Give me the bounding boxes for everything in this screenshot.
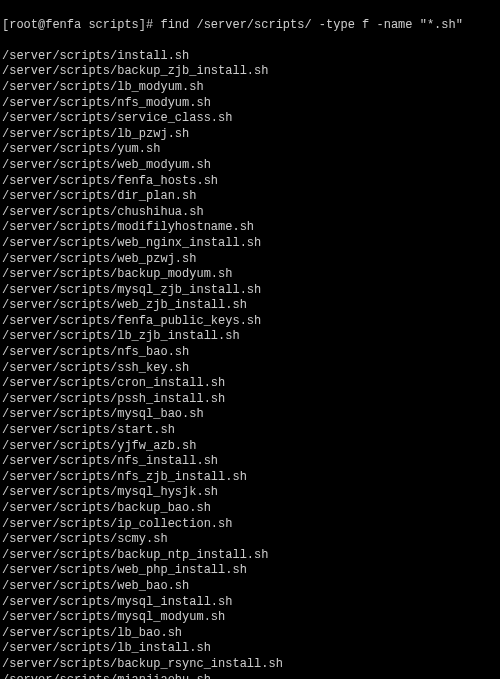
output-file-list: /server/scripts/install.sh/server/script… [2, 49, 498, 679]
output-line: /server/scripts/service_class.sh [2, 111, 498, 127]
terminal-output[interactable]: [root@fenfa scripts]# find /server/scrip… [2, 2, 498, 679]
output-line: /server/scripts/mysql_bao.sh [2, 407, 498, 423]
output-line: /server/scripts/web_zjb_install.sh [2, 298, 498, 314]
output-line: /server/scripts/ssh_key.sh [2, 361, 498, 377]
command-line-1: [root@fenfa scripts]# find /server/scrip… [2, 18, 498, 34]
output-line: /server/scripts/web_bao.sh [2, 579, 498, 595]
output-line: /server/scripts/pssh_install.sh [2, 392, 498, 408]
output-line: /server/scripts/backup_zjb_install.sh [2, 64, 498, 80]
prompt: [root@fenfa scripts]# [2, 18, 160, 32]
output-line: /server/scripts/nfs_zjb_install.sh [2, 470, 498, 486]
output-line: /server/scripts/mysql_hysjk.sh [2, 485, 498, 501]
output-line: /server/scripts/fenfa_hosts.sh [2, 174, 498, 190]
output-line: /server/scripts/mianjiaohu.sh [2, 673, 498, 679]
output-line: /server/scripts/nfs_bao.sh [2, 345, 498, 361]
output-line: /server/scripts/dir_plan.sh [2, 189, 498, 205]
output-line: /server/scripts/mysql_modyum.sh [2, 610, 498, 626]
output-line: /server/scripts/nfs_install.sh [2, 454, 498, 470]
output-line: /server/scripts/install.sh [2, 49, 498, 65]
output-line: /server/scripts/yum.sh [2, 142, 498, 158]
output-line: /server/scripts/cron_install.sh [2, 376, 498, 392]
output-line: /server/scripts/modifilyhostname.sh [2, 220, 498, 236]
output-line: /server/scripts/nfs_modyum.sh [2, 96, 498, 112]
command-text: find /server/scripts/ -type f -name "*.s… [160, 18, 462, 32]
output-line: /server/scripts/backup_modyum.sh [2, 267, 498, 283]
output-line: /server/scripts/web_php_install.sh [2, 563, 498, 579]
output-line: /server/scripts/web_nginx_install.sh [2, 236, 498, 252]
output-line: /server/scripts/mysql_install.sh [2, 595, 498, 611]
output-line: /server/scripts/chushihua.sh [2, 205, 498, 221]
output-line: /server/scripts/lb_pzwj.sh [2, 127, 498, 143]
output-line: /server/scripts/web_pzwj.sh [2, 252, 498, 268]
output-line: /server/scripts/mysql_zjb_install.sh [2, 283, 498, 299]
output-line: /server/scripts/ip_collection.sh [2, 517, 498, 533]
output-line: /server/scripts/backup_rsync_install.sh [2, 657, 498, 673]
output-line: /server/scripts/start.sh [2, 423, 498, 439]
output-line: /server/scripts/yjfw_azb.sh [2, 439, 498, 455]
output-line: /server/scripts/web_modyum.sh [2, 158, 498, 174]
output-line: /server/scripts/backup_ntp_install.sh [2, 548, 498, 564]
output-line: /server/scripts/lb_bao.sh [2, 626, 498, 642]
output-line: /server/scripts/lb_zjb_install.sh [2, 329, 498, 345]
output-line: /server/scripts/fenfa_public_keys.sh [2, 314, 498, 330]
output-line: /server/scripts/lb_install.sh [2, 641, 498, 657]
output-line: /server/scripts/backup_bao.sh [2, 501, 498, 517]
output-line: /server/scripts/scmy.sh [2, 532, 498, 548]
output-line: /server/scripts/lb_modyum.sh [2, 80, 498, 96]
